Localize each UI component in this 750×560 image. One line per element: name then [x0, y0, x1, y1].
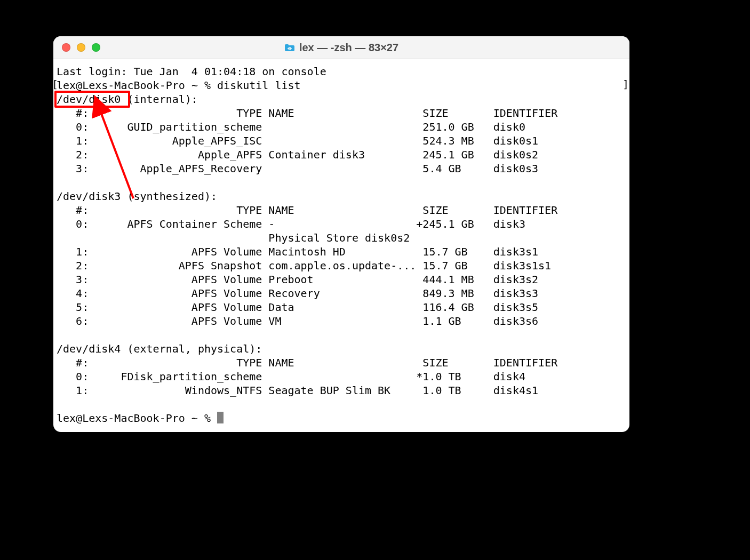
table-row: 1: Windows_NTFS Seagate BUP Slim BK 1.0 …	[57, 384, 538, 397]
table-row: 4: APFS Volume Recovery 849.3 MB disk3s3	[57, 287, 538, 300]
arrow-icon	[91, 102, 149, 204]
table-row: 5: APFS Volume Data 116.4 GB disk3s5	[57, 301, 538, 314]
home-folder-icon	[284, 43, 295, 52]
bracket-left-icon: [	[53, 77, 58, 91]
table-row: Physical Store disk0s2	[57, 231, 410, 244]
bracket-right-icon: ]	[623, 77, 629, 91]
prompt-line-1: lex@Lexs-MacBook-Pro ~ % diskutil list	[57, 79, 301, 92]
disk4-col-header: #: TYPE NAME SIZE IDENTIFIER	[57, 356, 557, 369]
svg-line-2	[100, 111, 133, 198]
svg-rect-1	[288, 48, 292, 49]
table-row: 6: APFS Volume VM 1.1 GB disk3s6	[57, 315, 538, 327]
table-row: 0: APFS Container Scheme - +245.1 GB dis…	[57, 218, 525, 230]
minimize-icon[interactable]	[77, 43, 85, 52]
window-title: lex — -zsh — 83×27	[299, 42, 398, 54]
table-row: 0: FDisk_partition_scheme *1.0 TB disk4	[57, 370, 525, 383]
terminal-window: lex — -zsh — 83×27 Last login: Tue Jan 4…	[53, 36, 629, 432]
disk4-header: /dev/disk4 (external, physical):	[57, 342, 262, 355]
titlebar: lex — -zsh — 83×27	[53, 36, 629, 59]
table-row: 2: APFS Snapshot com.apple.os.update-...…	[57, 259, 551, 272]
table-row: 3: APFS Volume Preboot 444.1 MB disk3s2	[57, 273, 538, 286]
cursor-block	[217, 412, 224, 423]
final-prompt: lex@Lexs-MacBook-Pro ~ %	[57, 412, 217, 425]
disk3-col-header: #: TYPE NAME SIZE IDENTIFIER	[57, 204, 557, 217]
svg-point-0	[289, 47, 291, 50]
zoom-icon[interactable]	[92, 43, 100, 52]
table-row: 1: APFS Volume Macintosh HD 15.7 GB disk…	[57, 245, 538, 258]
last-login-line: Last login: Tue Jan 4 01:04:18 on consol…	[57, 65, 326, 78]
close-icon[interactable]	[62, 43, 70, 52]
